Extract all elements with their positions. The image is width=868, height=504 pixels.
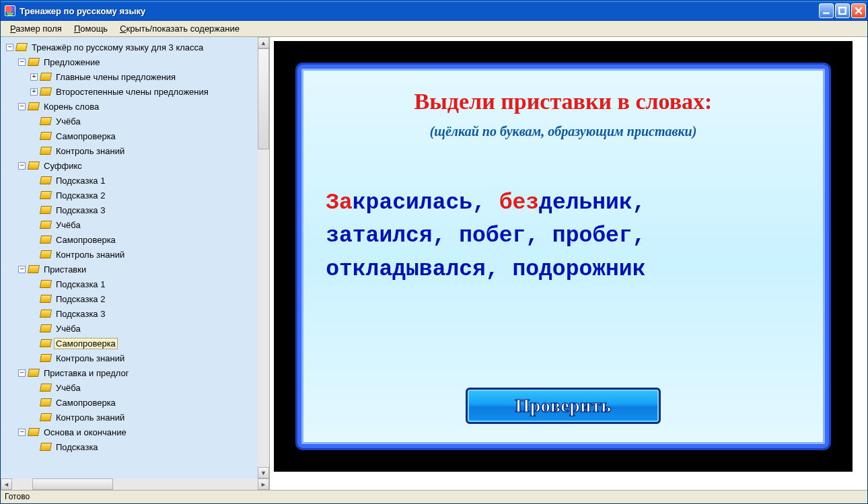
svg-rect-0 bbox=[823, 12, 830, 13]
maximize-button[interactable] bbox=[835, 3, 850, 18]
tree-item-label[interactable]: Главные члены предложения bbox=[54, 71, 178, 83]
book-icon bbox=[40, 73, 52, 81]
tree-item-label[interactable]: Приставки bbox=[42, 264, 88, 275]
tree-item-label[interactable]: Предложение bbox=[42, 57, 102, 68]
tree-toggle bbox=[30, 414, 38, 421]
exercise-frame: Выдели приставки в словах: (щёлкай по бу… bbox=[274, 41, 853, 472]
book-icon bbox=[40, 280, 52, 288]
tree-toggle[interactable]: + bbox=[30, 88, 38, 96]
book-icon bbox=[40, 310, 52, 318]
scroll-thumb[interactable] bbox=[258, 48, 269, 149]
tree-toggle bbox=[30, 325, 38, 332]
book-icon bbox=[40, 176, 52, 184]
tree-item-label[interactable]: Подсказка 1 bbox=[54, 279, 107, 290]
tree-item-label[interactable]: Приставка и предлог bbox=[42, 367, 131, 379]
word-line[interactable]: затаился, побег, пробег, bbox=[326, 219, 801, 253]
book-icon bbox=[40, 236, 52, 244]
tree-toggle[interactable]: − bbox=[18, 266, 26, 273]
contents-tree[interactable]: −Тренажёр по русскому языку для 3 класса… bbox=[1, 37, 269, 478]
book-icon bbox=[28, 102, 40, 110]
tree-item-label[interactable]: Подсказка 1 bbox=[54, 175, 107, 186]
tree-item-label[interactable]: Контроль знаний bbox=[54, 353, 126, 364]
tree-item-label[interactable]: Учёба bbox=[54, 323, 83, 334]
tree-toggle bbox=[30, 340, 38, 347]
tree-item-label[interactable]: Контроль знаний bbox=[54, 412, 126, 423]
tree-item-label[interactable]: Подсказка 2 bbox=[54, 190, 107, 201]
book-icon bbox=[40, 250, 52, 258]
book-icon bbox=[40, 191, 52, 199]
word-line[interactable]: Закрасилась, бездельник, bbox=[326, 186, 801, 220]
tree-toggle[interactable]: + bbox=[30, 73, 38, 81]
book-icon bbox=[40, 87, 52, 96]
scroll-thumb-h[interactable] bbox=[32, 478, 113, 490]
title-bar: Тренажер по русскому языку bbox=[1, 1, 867, 21]
check-button-label: Проверить bbox=[515, 395, 612, 417]
tree-toggle[interactable]: − bbox=[6, 44, 13, 51]
menu-field-size[interactable]: Размер поля bbox=[6, 22, 66, 35]
book-icon bbox=[40, 132, 52, 140]
tree-toggle bbox=[30, 443, 38, 451]
word-line[interactable]: откладывался, подорожник bbox=[326, 253, 801, 287]
tree-item-label[interactable]: Подсказка 2 bbox=[54, 293, 107, 305]
book-icon bbox=[40, 295, 52, 303]
scroll-down-button[interactable]: ▼ bbox=[258, 467, 269, 478]
tree-toggle[interactable]: − bbox=[18, 369, 26, 377]
tree-item-label[interactable]: Подсказка bbox=[54, 441, 100, 453]
tree-toggle[interactable]: − bbox=[18, 162, 26, 170]
tree-item-label[interactable]: Второстепенные члены предложения bbox=[54, 86, 211, 98]
task-words[interactable]: Закрасилась, бездельник,затаился, побег,… bbox=[326, 186, 801, 287]
check-button[interactable]: Проверить bbox=[466, 388, 661, 424]
tree-item-label[interactable]: Корень слова bbox=[42, 101, 101, 112]
tree-toggle bbox=[30, 236, 38, 244]
scroll-right-button[interactable]: ► bbox=[258, 478, 269, 490]
tree-toggle bbox=[30, 251, 38, 258]
menu-toggle-contents[interactable]: Скрыть/показать содержание bbox=[116, 22, 244, 35]
window-title: Тренажер по русскому языку bbox=[20, 6, 819, 16]
book-icon bbox=[40, 147, 52, 155]
tree-panel: −Тренажёр по русскому языку для 3 класса… bbox=[1, 37, 270, 490]
tree-item-label[interactable]: Учёба bbox=[54, 116, 83, 127]
book-icon bbox=[40, 324, 52, 332]
menu-bar: Размер поля Помощь Скрыть/показать содер… bbox=[1, 21, 867, 37]
tree-vertical-scrollbar[interactable]: ▲ ▼ bbox=[258, 37, 269, 478]
book-icon bbox=[28, 161, 40, 170]
svg-rect-1 bbox=[839, 7, 846, 14]
tree-item-label[interactable]: Самопроверка bbox=[54, 397, 118, 408]
tree-item-label[interactable]: Основа и окончание bbox=[42, 427, 129, 438]
book-icon bbox=[40, 221, 52, 229]
tree-item-label[interactable]: Контроль знаний bbox=[54, 145, 126, 157]
tree-toggle[interactable]: − bbox=[18, 103, 26, 110]
menu-help[interactable]: Помощь bbox=[70, 22, 112, 35]
book-icon bbox=[28, 58, 40, 66]
tree-item-label[interactable]: Подсказка 3 bbox=[54, 308, 107, 320]
tree-horizontal-scrollbar[interactable]: ◄ ► bbox=[1, 478, 269, 490]
tree-toggle[interactable]: − bbox=[18, 429, 26, 436]
tree-item-label[interactable]: Контроль знаний bbox=[54, 249, 126, 260]
scroll-up-button[interactable]: ▲ bbox=[258, 37, 269, 48]
tree-toggle bbox=[30, 399, 38, 406]
tree-item-label[interactable]: Учёба bbox=[54, 382, 83, 394]
tree-item-label[interactable]: Учёба bbox=[54, 219, 83, 231]
scroll-left-button[interactable]: ◄ bbox=[1, 478, 12, 490]
content-panel: Выдели приставки в словах: (щёлкай по бу… bbox=[270, 37, 867, 490]
tree-toggle bbox=[30, 133, 38, 140]
tree-toggle[interactable]: − bbox=[18, 59, 26, 66]
book-icon bbox=[28, 369, 40, 377]
tree-item-label[interactable]: Самопроверка bbox=[54, 234, 118, 246]
task-title: Выдели приставки в словах: bbox=[414, 89, 713, 114]
book-icon bbox=[40, 413, 52, 421]
book-icon bbox=[40, 443, 52, 451]
minimize-button[interactable] bbox=[819, 3, 834, 18]
book-icon bbox=[28, 428, 40, 436]
tree-toggle bbox=[30, 221, 38, 229]
tree-item-label[interactable]: Суффикс bbox=[42, 160, 84, 172]
close-button[interactable] bbox=[851, 3, 866, 18]
tree-item-label[interactable]: Подсказка 3 bbox=[54, 205, 107, 216]
tree-toggle bbox=[30, 384, 38, 392]
tree-item-label[interactable]: Самопроверка bbox=[54, 338, 118, 349]
book-icon bbox=[40, 206, 52, 214]
book-icon bbox=[40, 384, 52, 392]
tree-item-label[interactable]: Тренажёр по русскому языку для 3 класса bbox=[30, 42, 205, 53]
tree-toggle bbox=[30, 207, 38, 214]
tree-item-label[interactable]: Самопроверка bbox=[54, 131, 118, 142]
